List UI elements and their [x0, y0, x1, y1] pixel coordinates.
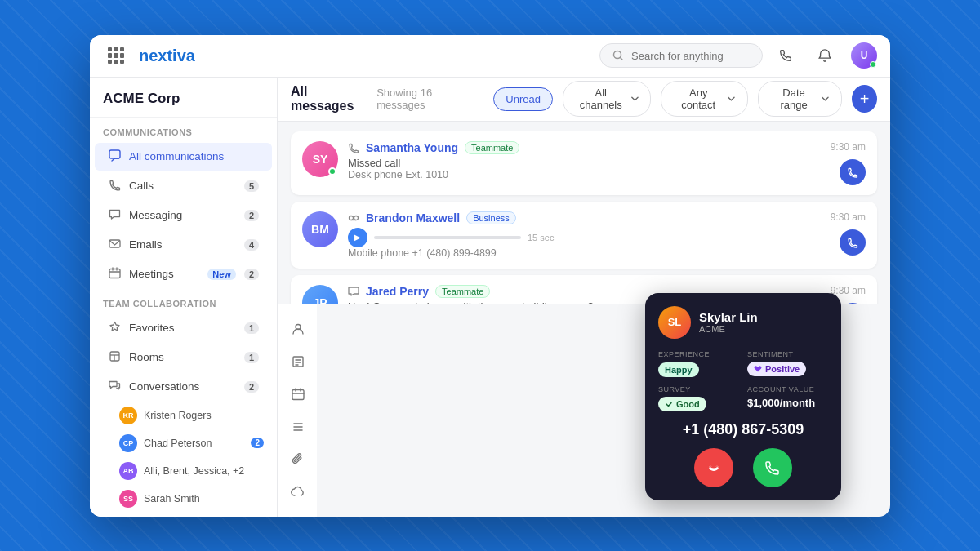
popup-contact-info: Skylar Lin ACME [699, 310, 758, 334]
experience-label: EXPERIENCE [658, 350, 739, 358]
sidebar-item-emails[interactable]: Emails 4 [95, 231, 272, 259]
sidebar-item-favorites[interactable]: Favorites 1 [95, 314, 272, 342]
conversations-icon [108, 380, 121, 394]
favorites-badge: 1 [244, 322, 259, 334]
building-icon [291, 354, 305, 369]
msg-right-samantha: 9:30 am [831, 141, 866, 185]
msg-name-brandon: Brandon Maxwell [366, 211, 460, 224]
sidebar-item-calls[interactable]: Calls 5 [95, 172, 272, 200]
content-title: All messages [291, 84, 367, 113]
meetings-new-badge: New [207, 269, 236, 280]
accept-call-button[interactable] [753, 448, 792, 487]
sidebar-item-all-communications[interactable]: All communications [95, 143, 272, 171]
phone-icon-btn [847, 167, 858, 178]
call-button-samantha[interactable] [840, 159, 866, 185]
msg-name-jared: Jared Perry [366, 285, 429, 298]
svg-rect-3 [109, 269, 120, 278]
conv-item-chad[interactable]: CP Chad Peterson 2 [90, 429, 277, 457]
experience-stat: EXPERIENCE Happy [658, 350, 739, 377]
favorites-icon [108, 321, 121, 335]
calendar-icon [291, 387, 305, 402]
avatar-jared: JP [302, 285, 338, 304]
paperclip-icon-bar-button[interactable] [283, 445, 313, 474]
msg-body-brandon: Brandon Maxwell Business ▶ 15 sec Mobile… [348, 211, 821, 259]
paperclip-icon [291, 452, 305, 467]
popup-avatar: SL [658, 306, 691, 339]
bell-button[interactable] [812, 42, 838, 69]
message-card-samantha[interactable]: SY Samantha Young Teammate Missed call D… [291, 131, 877, 195]
message-card-brandon[interactable]: BM Brandon Maxwell Business ▶ [291, 202, 877, 269]
messaging-badge: 2 [244, 210, 259, 221]
sidebar-item-meetings[interactable]: Meetings New 2 [95, 260, 272, 288]
conv-avatar-alli: AB [119, 462, 137, 480]
conv-name-kristen: Kristen Rogers [144, 410, 264, 421]
call-button-jared[interactable] [840, 303, 866, 304]
icon-bar [278, 304, 317, 517]
decline-call-button[interactable] [694, 448, 733, 487]
account-value-stat: ACCOUNT VALUE $1,000/month [747, 385, 828, 411]
person-icon [291, 322, 305, 336]
list-icon-bar-button[interactable] [283, 412, 313, 442]
avatar-brandon: BM [302, 211, 338, 247]
play-button[interactable]: ▶ [348, 228, 368, 247]
grid-icon [108, 47, 124, 64]
meetings-label: Meetings [129, 268, 199, 280]
msg-sub-brandon: Mobile phone +1 (480) 899-4899 [348, 247, 821, 259]
online-status-dot [870, 61, 876, 68]
unread-filter-button[interactable]: Unread [493, 87, 553, 111]
communications-section-title: Communications [90, 118, 277, 142]
call-button-brandon[interactable] [840, 229, 866, 256]
chevron-down-icon3 [821, 94, 830, 104]
conv-item-sarah[interactable]: SS Sarah Smith [90, 485, 277, 513]
avatar-samantha: SY [302, 141, 338, 177]
calendar-icon-bar-button[interactable] [283, 380, 313, 409]
right-panel: All messages Showing 16 messages Unread … [278, 78, 890, 517]
conv-item-will[interactable]: WW Will Williams [90, 513, 277, 517]
conversations-badge: 2 [244, 381, 259, 393]
all-comm-label: All communications [129, 150, 259, 162]
nav-icons: U [773, 42, 877, 69]
all-channels-filter-button[interactable]: All channels [563, 81, 651, 117]
accept-icon [764, 459, 782, 477]
svg-rect-1 [109, 150, 120, 158]
date-range-filter-button[interactable]: Date range [758, 81, 842, 117]
conv-avatar-chad: CP [119, 434, 137, 452]
svg-point-5 [350, 216, 354, 220]
popup-actions [658, 448, 828, 487]
voicemail-player: ▶ 15 sec [348, 228, 821, 247]
search-bar[interactable] [599, 43, 763, 68]
survey-label: SURVEY [658, 385, 739, 393]
grid-menu-button[interactable] [103, 42, 129, 69]
any-contact-filter-button[interactable]: Any contact [661, 81, 747, 117]
msg-header-brandon: Brandon Maxwell Business [348, 211, 821, 224]
rooms-badge: 1 [244, 352, 259, 363]
survey-value: Good [658, 397, 706, 411]
contacts-icon-bar-button[interactable] [283, 314, 313, 344]
phone-icon [778, 48, 793, 63]
calls-badge: 5 [244, 180, 259, 192]
voicemail-icon [348, 212, 359, 224]
emails-label: Emails [129, 238, 236, 251]
conv-item-kristen[interactable]: KR Kristen Rogers [90, 402, 277, 429]
sidebar-item-conversations[interactable]: Conversations 2 [95, 373, 272, 401]
sidebar-item-rooms[interactable]: Rooms 1 [95, 344, 272, 371]
popup-stats: EXPERIENCE Happy SENTIMENT Positive SURV… [658, 350, 828, 411]
phone-nav-button[interactable] [773, 42, 799, 69]
msg-time-brandon: 9:30 am [831, 211, 866, 223]
account-label: ACCOUNT VALUE [747, 385, 828, 393]
svg-point-6 [354, 216, 359, 220]
search-input[interactable] [631, 50, 746, 62]
messaging-icon [108, 208, 121, 223]
conv-item-alli[interactable]: AB Alli, Brent, Jessica, +2 [90, 457, 277, 485]
svg-rect-2 [109, 240, 120, 247]
cloud-icon-bar-button[interactable] [283, 478, 313, 507]
main-body: ACME Corp Communications All communicati… [90, 78, 890, 517]
decline-icon [705, 459, 723, 477]
user-avatar-nav[interactable]: U [851, 42, 877, 69]
sidebar-item-messaging[interactable]: Messaging 2 [95, 202, 272, 229]
bell-icon [817, 48, 832, 63]
chevron-down-icon [630, 94, 639, 104]
app-window: nextiva U [90, 35, 890, 517]
add-button[interactable]: + [852, 85, 877, 113]
building-icon-bar-button[interactable] [283, 347, 313, 376]
